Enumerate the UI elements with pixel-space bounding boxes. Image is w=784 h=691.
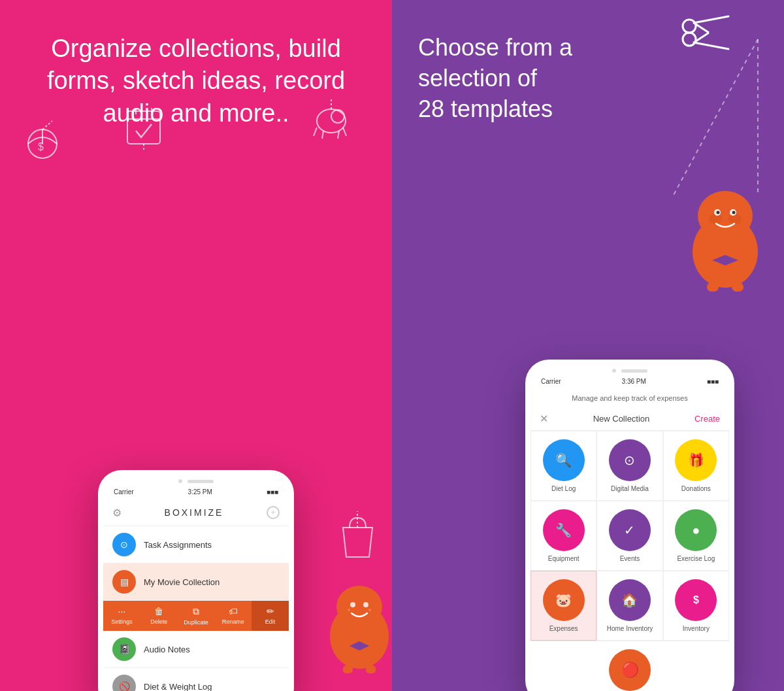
svg-line-13: [338, 131, 339, 139]
duplicate-icon: ⧉: [193, 606, 199, 617]
rename-icon: 🏷: [229, 606, 238, 616]
svg-point-37: [728, 214, 742, 224]
digital-media-label: Digital Media: [611, 485, 649, 492]
rename-action[interactable]: 🏷 Rename: [214, 601, 252, 631]
time-left: 3:25 PM: [188, 488, 212, 496]
svg-line-28: [694, 16, 728, 23]
template-exercise-log[interactable]: ● Exercise Log: [663, 501, 729, 571]
equipment-icon: 🔧: [543, 509, 585, 551]
svg-rect-43: [707, 282, 719, 292]
template-equipment[interactable]: 🔧 Equipment: [531, 501, 596, 571]
scissors-icon: [679, 13, 732, 61]
create-button[interactable]: Create: [694, 414, 720, 424]
rename-label: Rename: [222, 618, 244, 625]
expenses-icon: 🐷: [543, 579, 585, 621]
donations-label: Donations: [681, 485, 711, 492]
events-label: Events: [620, 555, 640, 562]
status-bar-right: Carrier 3:36 PM ■■■: [531, 374, 729, 389]
inventory-icon: $: [675, 579, 717, 621]
template-expenses[interactable]: 🐷 Expenses: [531, 571, 596, 641]
duplicate-action[interactable]: ⧉ Duplicate: [178, 601, 215, 631]
template-home-inventory[interactable]: 🏠 Home Inventory: [596, 571, 662, 641]
delete-action[interactable]: 🗑 Delete: [140, 601, 178, 631]
left-headline: Organize collections, build forms, sketc…: [0, 33, 392, 129]
new-collection-bar: ✕ New Collection Create: [531, 407, 729, 431]
iphone-right: Carrier 3:36 PM ■■■ Manage and keep trac…: [525, 360, 734, 691]
subtitle-right: Manage and keep track of expenses: [531, 389, 729, 407]
exercise-log-icon: ●: [675, 509, 717, 551]
settings-icon: ···: [118, 606, 126, 616]
template-diet-log[interactable]: 🔍 Diet Log: [531, 431, 596, 501]
status-bar-left: Carrier 3:25 PM ■■■: [103, 484, 289, 499]
edit-label: Edit: [265, 618, 276, 625]
equipment-label: Equipment: [548, 555, 580, 562]
svg-rect-23: [366, 666, 376, 673]
template-inventory[interactable]: $ Inventory: [663, 571, 729, 641]
iphone-left: Carrier 3:25 PM ■■■ ⚙ BOXIMIZE + ⊙: [98, 470, 294, 691]
diet-log-label: Diet Log: [551, 485, 576, 492]
collection-item-task[interactable]: ⊙ Task Assignments: [103, 526, 289, 564]
app-header: ⚙ BOXIMIZE +: [103, 499, 289, 526]
template-digital-media[interactable]: ⊙ Digital Media: [596, 431, 662, 501]
exercise-log-label: Exercise Log: [677, 555, 715, 562]
carrier-left: Carrier: [114, 488, 134, 496]
svg-point-25: [368, 609, 371, 611]
duplicate-label: Duplicate: [184, 619, 208, 626]
svg-line-29: [694, 42, 728, 49]
svg-point-35: [698, 191, 753, 241]
svg-point-24: [348, 609, 350, 611]
delete-icon: 🗑: [154, 606, 163, 616]
svg-line-32: [673, 39, 758, 196]
svg-point-36: [709, 214, 722, 224]
digital-media-icon: ⊙: [609, 439, 651, 481]
collection-item-diet[interactable]: 🚫 Diet & Weight Log: [103, 668, 289, 691]
template-grid: 🔍 Diet Log ⊙ Digital Media: [531, 431, 729, 641]
template-donations[interactable]: 🎁 Donations: [663, 431, 729, 501]
mascot-left: [320, 571, 392, 678]
svg-point-19: [350, 602, 355, 607]
events-icon: ✓: [609, 509, 651, 551]
close-button[interactable]: ✕: [540, 413, 548, 425]
collection-name-movie: My Movie Collection: [144, 577, 220, 587]
delete-label: Delete: [150, 618, 167, 625]
svg-point-27: [683, 33, 696, 46]
collection-name-audio: Audio Notes: [144, 645, 190, 654]
diet-log-icon: 🔍: [543, 439, 585, 481]
action-bar: ··· Settings 🗑 Delete ⧉ Duplicate 🏷: [103, 601, 289, 631]
battery-left: ■■■: [267, 488, 278, 496]
mascot-right: [679, 177, 771, 297]
time-right: 3:36 PM: [622, 378, 646, 385]
svg-rect-22: [343, 666, 353, 673]
donations-icon: 🎁: [675, 439, 717, 481]
edit-icon: ✏: [267, 606, 274, 616]
svg-text:$: $: [38, 141, 44, 152]
carrier-right: Carrier: [541, 378, 561, 385]
settings-action[interactable]: ··· Settings: [103, 601, 140, 631]
settings-label: Settings: [111, 618, 133, 625]
inventory-label: Inventory: [683, 625, 710, 632]
home-inventory-label: Home Inventory: [607, 625, 653, 632]
expenses-label: Expenses: [549, 625, 578, 632]
battery-right: ■■■: [707, 378, 719, 385]
svg-rect-44: [732, 282, 743, 292]
home-inventory-icon: 🏠: [609, 579, 651, 621]
svg-line-12: [322, 131, 323, 139]
gear-icon[interactable]: ⚙: [112, 507, 122, 519]
svg-point-26: [683, 20, 696, 33]
collection-name-diet: Diet & Weight Log: [144, 682, 212, 692]
app-title: BOXIMIZE: [165, 507, 224, 518]
collection-item-audio[interactable]: 📓 Audio Notes: [103, 631, 289, 668]
svg-point-0: [28, 129, 57, 158]
app-screen-right: Manage and keep track of expenses ✕ New …: [531, 389, 729, 691]
add-collection-button[interactable]: +: [267, 506, 280, 519]
template-events[interactable]: ✓ Events: [596, 501, 662, 571]
svg-point-20: [363, 602, 368, 607]
svg-point-40: [717, 211, 720, 214]
bag-doodle: [336, 511, 379, 560]
new-collection-title: New Collection: [593, 414, 650, 424]
left-panel: $ Organize collections, build forms, ske…: [0, 0, 392, 691]
collection-item-movie[interactable]: ▤ My Movie Collection: [103, 564, 289, 601]
right-headline: Choose from a selection of 28 templates: [392, 33, 598, 124]
edit-action[interactable]: ✏ Edit: [252, 601, 289, 631]
app-screen-left: ⚙ BOXIMIZE + ⊙ Task Assignments ▤: [103, 499, 289, 691]
